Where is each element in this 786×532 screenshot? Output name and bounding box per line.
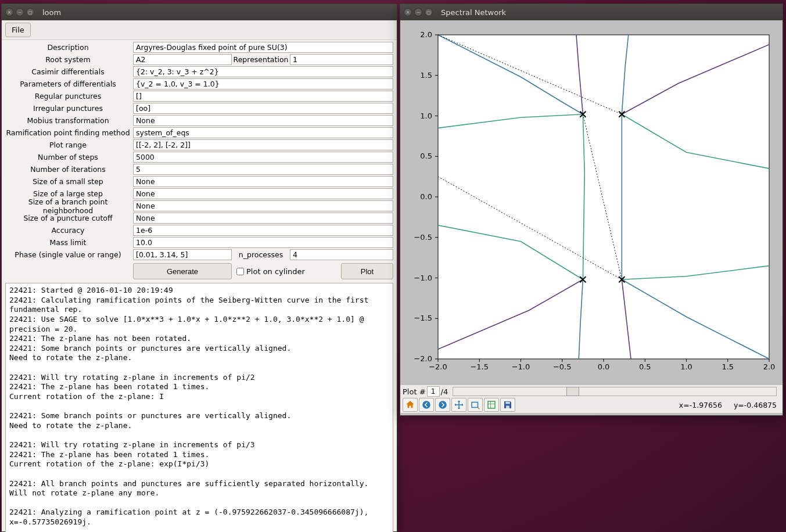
- input-num-iter[interactable]: [133, 164, 393, 175]
- plot-area[interactable]: −2.0−1.5−1.0−0.50.00.51.01.52.0−2.0−1.5−…: [400, 20, 783, 385]
- label-plot-range: Plot range: [5, 141, 133, 149]
- coord-y: y=-0.46875: [734, 401, 777, 409]
- label-params-diff: Parameters of differentials: [5, 80, 133, 88]
- svg-text:−2.0: −2.0: [429, 362, 447, 371]
- svg-rect-51: [506, 406, 509, 409]
- label-num-iter: Number of iterations: [5, 165, 133, 174]
- zoom-icon[interactable]: [468, 398, 483, 412]
- form-area: Description Root system Representation C…: [2, 40, 397, 281]
- svg-point-46: [422, 401, 430, 409]
- label-mass-limit: Mass limit: [5, 238, 133, 247]
- label-regular-punc: Regular punctures: [5, 92, 133, 100]
- maximize-icon[interactable]: ▢: [26, 8, 34, 16]
- slider-thumb[interactable]: [566, 387, 579, 396]
- maximize-icon[interactable]: ▢: [425, 8, 433, 16]
- input-small-step[interactable]: [133, 176, 393, 187]
- label-num-steps: Number of steps: [5, 153, 133, 161]
- svg-text:−1.0: −1.0: [414, 274, 432, 282]
- plot-total: /4: [441, 387, 448, 396]
- generate-button[interactable]: Generate: [133, 263, 232, 279]
- svg-text:−0.5: −0.5: [414, 233, 432, 242]
- plot-controls: Plot # 1 /4 x=-1.97656 y=-0.46875: [400, 385, 783, 413]
- input-phase[interactable]: [133, 249, 232, 260]
- svg-rect-50: [505, 402, 510, 404]
- input-root-system[interactable]: [133, 54, 232, 65]
- label-n-processes: n_processes: [232, 250, 290, 259]
- svg-text:−1.5: −1.5: [414, 314, 432, 322]
- coord-x: x=-1.97656: [679, 401, 722, 409]
- label-irregular-punc: Irregular punctures: [5, 104, 133, 113]
- configure-icon[interactable]: [484, 398, 499, 412]
- log-output[interactable]: 22421: Started @ 2016-01-10 20:19:49 224…: [5, 283, 393, 532]
- label-casimir: Casimir differentials: [5, 67, 133, 76]
- close-icon[interactable]: ✕: [404, 8, 412, 16]
- spectral-title: Spectral Network: [441, 8, 506, 17]
- input-regular-punc[interactable]: [133, 91, 393, 102]
- input-mobius[interactable]: [133, 115, 393, 126]
- input-description[interactable]: [133, 42, 393, 53]
- input-params-diff[interactable]: [133, 78, 393, 89]
- input-large-step[interactable]: [133, 188, 393, 199]
- input-ram-method[interactable]: [133, 127, 393, 138]
- input-num-steps[interactable]: [133, 152, 393, 163]
- minimize-icon[interactable]: −: [16, 8, 24, 16]
- svg-text:−1.0: −1.0: [512, 362, 530, 371]
- loom-window: ✕ − ▢ loom File Description Root system …: [1, 3, 397, 532]
- label-small-step: Size of a small step: [5, 177, 133, 186]
- input-punc-cutoff[interactable]: [133, 213, 393, 224]
- menubar: File: [2, 20, 397, 40]
- plot-num-label: Plot #: [403, 387, 426, 396]
- svg-text:1.0: 1.0: [680, 362, 692, 371]
- input-n-processes[interactable]: [290, 249, 393, 260]
- pan-icon[interactable]: [451, 398, 466, 412]
- input-mass-limit[interactable]: [133, 237, 393, 248]
- svg-rect-0: [438, 35, 769, 359]
- plot-slider[interactable]: [453, 387, 777, 396]
- svg-text:0.0: 0.0: [420, 192, 432, 201]
- close-icon[interactable]: ✕: [5, 8, 13, 16]
- menu-file[interactable]: File: [5, 23, 31, 37]
- back-icon[interactable]: [419, 398, 434, 412]
- svg-text:0.0: 0.0: [598, 362, 610, 371]
- input-plot-range[interactable]: [133, 139, 393, 150]
- svg-text:2.0: 2.0: [763, 362, 776, 371]
- spectral-window: ✕ − ▢ Spectral Network −2.0−1.5−1.0−0.50…: [400, 3, 783, 416]
- label-description: Description: [5, 43, 133, 52]
- svg-text:2.0: 2.0: [420, 30, 432, 39]
- svg-rect-48: [472, 402, 478, 408]
- plot-cylinder-label: Plot on cylinder: [246, 267, 305, 276]
- input-representation[interactable]: [290, 54, 393, 65]
- svg-text:1.0: 1.0: [420, 112, 432, 120]
- svg-text:1.5: 1.5: [722, 362, 734, 371]
- label-branch-nb: Size of a branch point neighborhood: [5, 197, 133, 215]
- input-irregular-punc[interactable]: [133, 103, 393, 114]
- svg-text:−0.5: −0.5: [553, 362, 572, 371]
- spectral-chart[interactable]: −2.0−1.5−1.0−0.50.00.51.01.52.0−2.0−1.5−…: [406, 26, 778, 379]
- loom-titlebar[interactable]: ✕ − ▢ loom: [2, 4, 397, 20]
- minimize-icon[interactable]: −: [414, 8, 422, 16]
- svg-point-47: [439, 401, 447, 409]
- label-root-system: Root system: [5, 55, 133, 64]
- label-representation: Representation: [232, 55, 290, 64]
- svg-rect-49: [488, 401, 495, 408]
- label-mobius: Mobius transformation: [5, 116, 133, 125]
- save-icon[interactable]: [500, 398, 515, 412]
- loom-title: loom: [42, 8, 61, 17]
- svg-text:−2.0: −2.0: [414, 354, 432, 363]
- forward-icon[interactable]: [435, 398, 450, 412]
- input-branch-nb[interactable]: [133, 200, 393, 211]
- spectral-titlebar[interactable]: ✕ − ▢ Spectral Network: [400, 4, 783, 20]
- label-ram-method: Ramification point finding method: [5, 128, 133, 137]
- plot-cylinder-checkbox[interactable]: [236, 268, 244, 275]
- svg-text:1.5: 1.5: [420, 71, 432, 80]
- label-accuracy: Accuracy: [5, 226, 133, 235]
- label-phase: Phase (single value or range): [5, 250, 133, 259]
- svg-text:−1.5: −1.5: [470, 362, 489, 371]
- label-punc-cutoff: Size of a puncture cutoff: [5, 214, 133, 222]
- plot-button[interactable]: Plot: [341, 263, 393, 279]
- input-accuracy[interactable]: [133, 225, 393, 236]
- svg-text:0.5: 0.5: [420, 152, 432, 160]
- input-casimir[interactable]: [133, 66, 393, 77]
- plot-num[interactable]: 1: [427, 386, 440, 397]
- home-icon[interactable]: [403, 398, 418, 412]
